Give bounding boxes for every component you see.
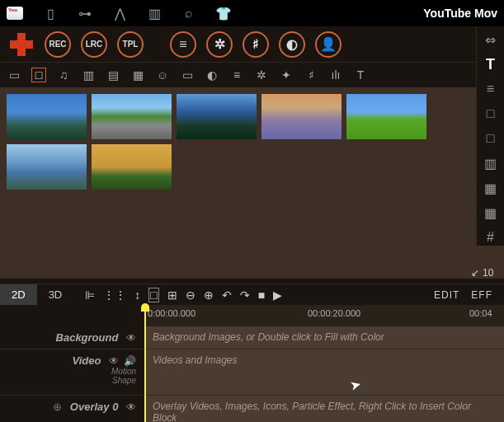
add-button[interactable] (8, 31, 35, 58)
media-thumb[interactable] (346, 94, 426, 139)
tab-2d[interactable]: 2D (0, 284, 37, 306)
ruler-time: 00:00:20.000 (308, 308, 360, 318)
tool-8[interactable]: ▭ (180, 68, 195, 82)
tab-3d[interactable]: 3D (37, 284, 74, 306)
contrast-button[interactable]: ◐ (279, 31, 305, 58)
app-logo (7, 7, 23, 20)
grid1-icon[interactable]: ▦ (483, 180, 499, 196)
peak-icon[interactable]: ⋀ (112, 6, 127, 21)
tl-undo-icon[interactable]: ↶ (222, 288, 232, 302)
search-icon[interactable]: ⌕ (181, 6, 196, 21)
track-bg-body[interactable]: Background Images, or Double click to Fi… (144, 326, 504, 349)
eye-icon[interactable]: 👁 (126, 401, 136, 413)
lrc-button[interactable]: LRC (81, 31, 107, 58)
user-button[interactable]: 👤 (315, 31, 341, 58)
tool-sparkle-icon[interactable]: ✦ (279, 68, 294, 82)
shirt-icon[interactable]: 👕 (216, 6, 231, 21)
tl-align-icon[interactable]: ⊫ (85, 288, 95, 302)
tool-6[interactable]: ▦ (130, 68, 145, 82)
zoom-value: 10 (483, 267, 493, 279)
tl-box-icon[interactable]: □ (148, 288, 158, 302)
tl-play-icon[interactable]: ▶ (273, 288, 282, 302)
tool-music-icon[interactable]: ♫ (56, 68, 71, 82)
track-overlay-label: Overlay 0 (70, 401, 119, 413)
text-big-icon[interactable]: T (483, 56, 499, 73)
track-video-body[interactable]: Videos and Images (144, 349, 504, 395)
tpl-button[interactable]: TPL (117, 31, 144, 58)
timeline-ruler[interactable]: 0:00:00.000 00:00:20.000 00:04 (0, 305, 504, 326)
lines-icon[interactable]: ≡ (483, 81, 499, 97)
track-video-sub2: Shape (8, 376, 136, 385)
tl-stop-icon[interactable]: ■ (258, 288, 265, 302)
tool-5[interactable]: ▤ (106, 68, 120, 82)
tool-sharp-icon[interactable]: ♯ (304, 68, 318, 82)
cols-icon[interactable]: ▥ (483, 155, 499, 171)
list-button[interactable]: ≡ (170, 31, 196, 58)
speaker-icon[interactable]: 🔊 (124, 355, 136, 367)
playhead[interactable] (144, 305, 146, 422)
ruler-time: 0:00:00.000 (148, 308, 195, 318)
tool-4[interactable]: ▥ (81, 68, 96, 82)
app-title: YouTube Mov (423, 7, 497, 20)
columns-icon[interactable]: ▥ (147, 6, 162, 21)
zoom-arrow-icon[interactable]: ↙ (471, 267, 479, 279)
media-thumb[interactable] (177, 94, 257, 139)
tool-1[interactable]: ▭ (7, 68, 21, 82)
tool-eq-icon[interactable]: ılı (328, 68, 343, 82)
media-thumb[interactable] (92, 94, 172, 139)
edit-button[interactable]: EDIT (422, 289, 471, 301)
grid2-icon[interactable]: ▦ (483, 204, 499, 221)
tl-split-icon[interactable]: ⊞ (167, 288, 177, 302)
eye-icon[interactable]: 👁 (109, 355, 119, 367)
flower-button[interactable]: ✲ (206, 31, 233, 58)
tool-text-icon[interactable]: T (353, 68, 368, 82)
rec-button[interactable]: REC (45, 31, 71, 58)
hash-icon[interactable]: # (483, 229, 499, 246)
track-bg-label: Background (56, 331, 119, 344)
bookmark-icon[interactable]: ▯ (43, 6, 58, 21)
media-panel (0, 87, 504, 279)
tl-zoomin-icon[interactable]: ⊕ (204, 288, 214, 302)
track-overlay-body[interactable]: Overlay Videos, Images, Icons, Particle … (144, 396, 504, 422)
tl-zoomout-icon[interactable]: ⊖ (186, 288, 195, 302)
tool-flower-icon[interactable]: ✲ (254, 68, 269, 82)
media-thumb[interactable] (261, 94, 341, 139)
eye-icon[interactable]: 👁 (126, 332, 136, 344)
track-video-sub1: Motion (8, 367, 136, 376)
tl-updown-icon[interactable]: ↕ (134, 288, 140, 302)
tool-10[interactable]: ≡ (229, 68, 244, 82)
tool-smile-icon[interactable]: ☺ (155, 68, 170, 82)
track-video-label: Video (72, 354, 101, 367)
box1-icon[interactable]: □ (483, 106, 499, 122)
tool-2[interactable]: □ (31, 68, 46, 82)
media-thumb[interactable] (7, 94, 87, 139)
ruler-time: 00:04 (469, 308, 492, 318)
tune-button[interactable]: ♯ (243, 31, 269, 58)
add-track-icon[interactable]: ⊕ (53, 401, 62, 413)
tool-contrast-icon[interactable]: ◐ (205, 68, 219, 82)
arrows-h-icon[interactable]: ⇔ (483, 31, 499, 48)
eff-button[interactable]: EFF (471, 289, 504, 301)
box2-icon[interactable]: □ (483, 130, 499, 147)
media-thumb[interactable] (7, 144, 87, 190)
sliders-icon[interactable]: ⊶ (78, 6, 92, 21)
media-thumb[interactable] (92, 144, 172, 190)
tl-grid-icon[interactable]: ⋮⋮ (103, 288, 126, 302)
tl-redo-icon[interactable]: ↷ (240, 288, 250, 302)
